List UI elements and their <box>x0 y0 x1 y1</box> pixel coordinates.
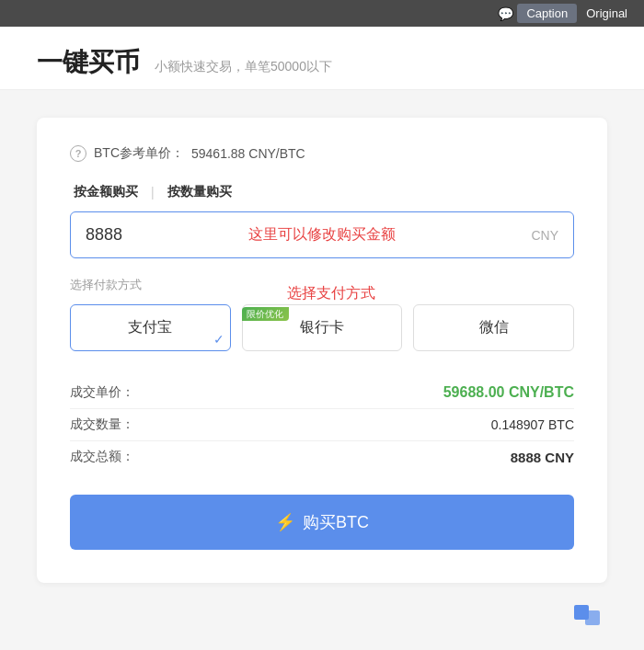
bank-badge-wrapper: 限价优化 <box>242 304 289 321</box>
amount-input-wrapper: 这里可以修改购买金额 CNY <box>70 211 574 258</box>
order-info: 成交单价： 59688.00 CNY/BTC 成交数量： 0.148907 BT… <box>70 377 574 473</box>
wechat-label: 微信 <box>479 319 509 335</box>
order-value-price: 59688.00 CNY/BTC <box>443 384 574 401</box>
payment-method-row: 选择支付方式 支付宝 ✓ 限价优化 银行卡 微信 <box>70 304 574 351</box>
order-value-qty: 0.148907 BTC <box>491 417 574 432</box>
tab-divider: | <box>151 185 155 200</box>
payment-alipay[interactable]: 支付宝 ✓ <box>70 304 231 351</box>
page-subtitle: 小额快速交易，单笔50000以下 <box>155 59 332 75</box>
order-value-total: 8888 CNY <box>511 450 574 465</box>
top-bar: 💬 Caption Original <box>0 0 644 27</box>
lightning-icon: ⚡ <box>275 512 295 532</box>
tab-row: 按金额购买 | 按数量购买 <box>70 184 574 200</box>
caption-button[interactable]: Caption <box>517 4 577 23</box>
alipay-checkmark: ✓ <box>213 332 224 347</box>
alipay-label: 支付宝 <box>128 319 172 335</box>
main-content: ? BTC参考单价： 59461.88 CNY/BTC 按金额购买 | 按数量购… <box>0 90 644 650</box>
order-row-qty: 成交数量： 0.148907 BTC <box>70 409 574 441</box>
payment-wechat[interactable]: 微信 <box>413 304 574 351</box>
help-icon[interactable]: ? <box>70 145 86 162</box>
caption-icon: 💬 <box>498 6 513 21</box>
order-label-total: 成交总额： <box>70 449 134 465</box>
original-button[interactable]: Original <box>577 4 637 23</box>
page-header: 一键买币 小额快速交易，单笔50000以下 <box>0 27 644 90</box>
btc-ref-label: BTC参考单价： <box>94 145 184 162</box>
buy-button-label: 购买BTC <box>303 511 369 533</box>
btc-ref-row: ? BTC参考单价： 59461.88 CNY/BTC <box>70 145 574 162</box>
order-label-price: 成交单价： <box>70 384 134 401</box>
payment-bank[interactable]: 限价优化 银行卡 <box>242 304 403 351</box>
amount-input[interactable] <box>86 212 523 257</box>
brand-logo <box>574 598 604 627</box>
footer-logo <box>37 598 607 627</box>
tab-by-amount[interactable]: 按金额购买 <box>70 184 142 200</box>
amount-currency: CNY <box>531 228 558 243</box>
order-row-total: 成交总额： 8888 CNY <box>70 441 574 473</box>
svg-rect-1 <box>585 610 600 625</box>
order-label-qty: 成交数量： <box>70 416 134 433</box>
bank-badge: 限价优化 <box>242 307 289 321</box>
page-title: 一键买币 <box>37 45 140 80</box>
buy-card: ? BTC参考单价： 59461.88 CNY/BTC 按金额购买 | 按数量购… <box>37 118 607 583</box>
bank-label: 银行卡 <box>300 319 344 335</box>
order-row-price: 成交单价： 59688.00 CNY/BTC <box>70 377 574 409</box>
buy-button[interactable]: ⚡ 购买BTC <box>70 495 574 550</box>
btc-ref-value: 59461.88 CNY/BTC <box>191 146 305 161</box>
tab-by-quantity[interactable]: 按数量购买 <box>164 184 236 200</box>
payment-section-label: 选择付款方式 <box>70 277 574 293</box>
